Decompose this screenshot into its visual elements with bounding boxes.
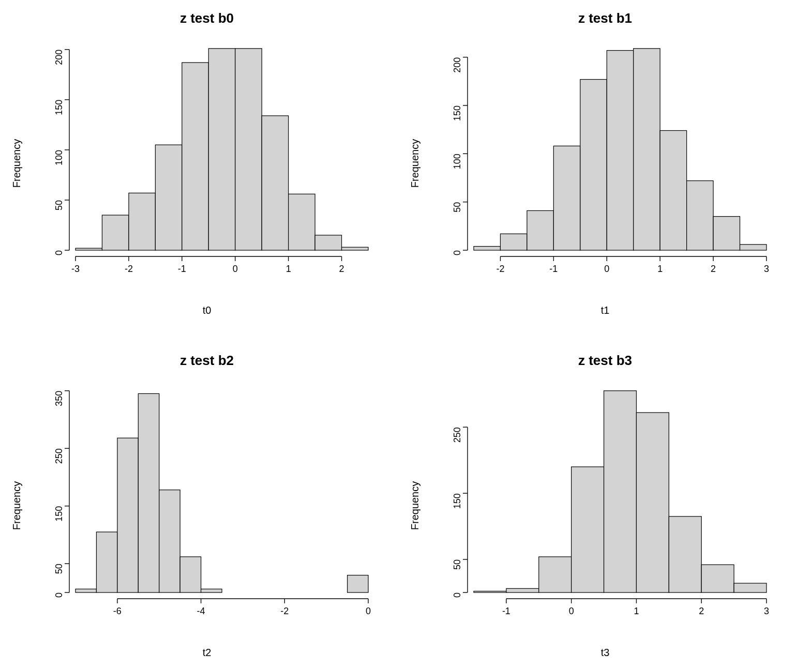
histogram-bar xyxy=(129,193,155,250)
histogram-bar xyxy=(553,146,580,250)
y-tick-label: 150 xyxy=(452,493,462,509)
x-axis-label: t3 xyxy=(429,647,781,659)
chart-grid: z test b0 Frequency -3-2-101205010015020… xyxy=(31,10,781,659)
x-tick-label: 3 xyxy=(764,606,769,616)
y-tick-label: 100 xyxy=(54,150,64,165)
histogram-bar xyxy=(102,215,128,250)
histogram-bar xyxy=(96,532,117,592)
x-axis-label: t2 xyxy=(31,647,383,659)
x-axis-label: t0 xyxy=(31,305,383,316)
histogram-bar xyxy=(604,391,637,592)
x-tick-label: 0 xyxy=(569,606,574,616)
y-tick-label: 50 xyxy=(54,200,64,210)
histogram-bar xyxy=(474,247,500,250)
y-tick-label: 350 xyxy=(54,391,64,406)
y-tick-label: 150 xyxy=(452,105,462,121)
histogram-bar xyxy=(580,80,607,250)
histogram-bar xyxy=(713,217,740,250)
histogram-bar xyxy=(76,248,102,250)
chart-svg-b0: -3-2-1012050100150200 xyxy=(68,41,372,276)
y-tick-label: 0 xyxy=(452,592,462,598)
histogram-bar xyxy=(607,51,633,250)
x-tick-label: 0 xyxy=(233,264,238,274)
histogram-bar xyxy=(138,393,159,592)
histogram-bar xyxy=(289,194,315,250)
x-tick-label: 2 xyxy=(711,264,716,274)
plot-area: -3-2-1012050100150200 xyxy=(68,41,372,276)
histogram-bar xyxy=(660,131,686,251)
x-tick-label: 3 xyxy=(764,264,769,274)
panel-b3: z test b3 Frequency -10123050150250 t3 xyxy=(429,353,781,659)
y-tick-label: 50 xyxy=(452,559,462,570)
histogram-bar xyxy=(474,591,506,592)
y-tick-label: 200 xyxy=(54,50,64,65)
chart-svg-b2: -6-4-20050150250350 xyxy=(68,384,372,618)
panel-b0: z test b0 Frequency -3-2-101205010015020… xyxy=(31,10,383,316)
histogram-bar xyxy=(734,583,766,592)
y-tick-label: 250 xyxy=(452,427,462,443)
histogram-bar xyxy=(159,490,180,592)
x-tick-label: 1 xyxy=(657,264,663,274)
histogram-bar xyxy=(572,467,604,592)
panel-b1: z test b1 Frequency -2-10123050100150200… xyxy=(429,10,781,316)
y-axis-label: Frequency xyxy=(11,481,23,530)
y-tick-label: 100 xyxy=(452,154,462,169)
y-tick-label: 50 xyxy=(54,564,64,574)
y-tick-label: 200 xyxy=(452,57,462,73)
plot-area: -2-10123050100150200 xyxy=(467,41,771,276)
y-axis-label: Frequency xyxy=(11,139,23,188)
y-axis-label: Frequency xyxy=(409,481,421,530)
y-tick-label: 0 xyxy=(54,592,64,598)
histogram-bar xyxy=(687,181,713,250)
histogram-bar xyxy=(117,438,138,592)
y-tick-label: 0 xyxy=(452,250,462,255)
x-tick-label: -1 xyxy=(502,606,510,616)
histogram-bar xyxy=(342,247,368,250)
x-tick-label: -3 xyxy=(71,264,80,274)
y-tick-label: 150 xyxy=(54,506,64,522)
y-axis-label: Frequency xyxy=(409,139,421,188)
chart-title: z test b0 xyxy=(31,10,383,26)
histogram-bar xyxy=(348,575,368,592)
x-tick-label: 0 xyxy=(604,264,609,274)
y-tick-label: 0 xyxy=(54,250,64,255)
histogram-bar xyxy=(315,235,341,250)
plot-area: -6-4-20050150250350 xyxy=(68,384,372,618)
histogram-bar xyxy=(182,63,208,250)
y-tick-label: 150 xyxy=(54,100,64,115)
y-tick-label: 250 xyxy=(54,448,64,464)
histogram-bar xyxy=(740,245,766,250)
panel-b2: z test b2 Frequency -6-4-20050150250350 … xyxy=(31,353,383,659)
histogram-bar xyxy=(180,557,201,592)
chart-svg-b3: -10123050150250 xyxy=(467,384,771,618)
histogram-bar xyxy=(527,210,553,250)
x-tick-label: 1 xyxy=(634,606,639,616)
plot-area: -10123050150250 xyxy=(467,384,771,618)
page: z test b0 Frequency -3-2-101205010015020… xyxy=(0,0,812,669)
x-tick-label: 1 xyxy=(286,264,291,274)
x-tick-label: 2 xyxy=(699,606,704,616)
histogram-bar xyxy=(701,565,734,592)
x-axis-label: t1 xyxy=(429,305,781,316)
x-tick-label: -2 xyxy=(280,606,289,616)
x-tick-label: -1 xyxy=(549,264,558,274)
histogram-bar xyxy=(634,49,660,250)
x-tick-label: 0 xyxy=(366,606,371,616)
x-tick-label: -2 xyxy=(496,264,504,274)
chart-title: z test b1 xyxy=(429,10,781,26)
x-tick-label: 2 xyxy=(339,264,344,274)
chart-title: z test b2 xyxy=(31,353,383,369)
chart-title: z test b3 xyxy=(429,353,781,369)
x-tick-label: -6 xyxy=(113,606,122,616)
x-tick-label: -4 xyxy=(197,606,205,616)
histogram-bar xyxy=(636,413,669,592)
x-tick-label: -1 xyxy=(178,264,186,274)
histogram-bar xyxy=(155,145,182,250)
histogram-bar xyxy=(500,234,527,250)
histogram-bar xyxy=(208,49,235,250)
chart-svg-b1: -2-10123050100150200 xyxy=(467,41,771,276)
histogram-bar xyxy=(539,557,572,592)
histogram-bar xyxy=(262,116,288,250)
histogram-bar xyxy=(669,516,701,592)
x-tick-label: -2 xyxy=(125,264,133,274)
